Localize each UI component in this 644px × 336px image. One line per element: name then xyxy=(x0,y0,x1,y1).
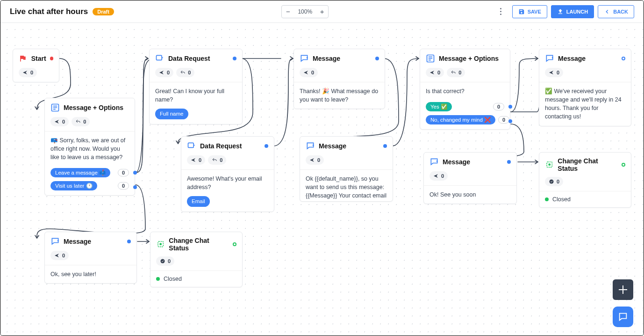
message-icon xyxy=(300,54,309,63)
zoom-control: − 100% + xyxy=(281,5,329,18)
stat-sent: 0 xyxy=(50,251,69,260)
node-title: Change Chat Status xyxy=(558,157,618,172)
stat-reply: 0 xyxy=(72,117,90,126)
back-button[interactable]: BACK xyxy=(598,5,634,18)
node-data-request-2[interactable]: Data Request 0 0 Awesome! What's your em… xyxy=(181,136,274,212)
option-pill: Visit us later 🕐 xyxy=(50,181,97,190)
status-ring xyxy=(622,163,625,167)
stat-sent: 0 xyxy=(19,68,37,77)
option-count: 0 xyxy=(498,116,509,124)
top-bar-left: Live chat after hours Draft xyxy=(10,7,114,16)
add-node-button[interactable] xyxy=(613,279,633,300)
list-icon xyxy=(426,54,435,63)
stat-sent: 0 xyxy=(306,155,324,165)
node-text: 📪 Sorry, folks, we are out of office rig… xyxy=(45,131,135,166)
stat-sent: 0 xyxy=(545,68,563,77)
node-title: Message + Options xyxy=(64,104,123,111)
output-port[interactable] xyxy=(133,171,137,175)
top-bar-right: SAVE LAUNCH BACK xyxy=(496,5,634,18)
stat-reply: 0 xyxy=(447,68,465,77)
message-icon xyxy=(429,157,439,167)
data-request-icon xyxy=(187,141,196,151)
option-pill: Leave a message 📫 xyxy=(50,168,110,177)
node-message-4[interactable]: Message 0 Ok! See you soon xyxy=(423,152,517,204)
node-title: Message xyxy=(443,158,470,166)
launch-icon xyxy=(557,8,564,15)
output-port[interactable] xyxy=(133,185,137,189)
node-change-status-2[interactable]: Change Chat Status 0 Closed xyxy=(150,232,243,287)
more-menu-icon[interactable] xyxy=(496,8,506,15)
field-pill: Full name xyxy=(155,109,188,119)
node-message-options-1[interactable]: Message + Options 0 0 📪 Sorry, folks, we… xyxy=(44,98,135,196)
node-change-status-1[interactable]: Change Chat Status 0 Closed xyxy=(539,152,631,208)
stat-reply: 0 xyxy=(208,155,226,165)
node-text: Ok! See you soon xyxy=(424,186,516,204)
status-badge: Draft xyxy=(93,8,114,15)
node-message-2[interactable]: Message 0 Ok {{default_name}}, so you wa… xyxy=(300,136,393,202)
save-button[interactable]: SAVE xyxy=(512,5,547,18)
field-pill: Email xyxy=(187,196,210,207)
node-message-1[interactable]: Message 0 Thanks! 🎉 What message do you … xyxy=(293,49,385,109)
node-message-options-2[interactable]: Message + Options 0 0 Is that correct? Y… xyxy=(420,49,510,130)
stat-sent: 0 xyxy=(50,117,69,126)
option-pill: No, changed my mind ❌ xyxy=(426,115,495,124)
status-dot xyxy=(50,57,53,60)
node-text: Ok {{default_name}}, so you want to send… xyxy=(300,170,393,202)
data-request-icon xyxy=(155,54,165,63)
chevron-left-icon xyxy=(604,8,610,15)
stat-sent: 0 xyxy=(426,68,444,77)
node-title: Message xyxy=(313,55,340,62)
status-ring xyxy=(233,242,236,246)
stat-sent: 0 xyxy=(300,68,318,77)
status-ring xyxy=(622,57,625,60)
save-icon xyxy=(518,8,525,15)
status-dot xyxy=(127,240,131,243)
node-message-3[interactable]: Message 0 ✅ We've received your message … xyxy=(539,49,631,126)
option-count: 0 xyxy=(493,103,504,110)
chat-icon xyxy=(618,312,628,322)
option-count: 0 xyxy=(118,169,129,176)
node-text: Great! Can I know your full name? xyxy=(150,82,238,109)
zoom-out-button[interactable]: − xyxy=(282,6,294,18)
message-icon xyxy=(306,141,315,151)
option-leave-message[interactable]: Leave a message 📫 0 xyxy=(45,166,135,179)
node-title: Message + Options xyxy=(439,55,499,62)
node-message-5[interactable]: Message 0 Ok, see you later! xyxy=(44,232,137,284)
launch-button[interactable]: LAUNCH xyxy=(551,5,594,18)
node-text: Awesome! What's your email address? xyxy=(181,170,274,196)
top-bar: Live chat after hours Draft − 100% + SAV… xyxy=(0,0,644,23)
stat-sent: 0 xyxy=(429,171,448,181)
option-pill: Yes ✅ xyxy=(426,102,452,111)
flag-icon xyxy=(19,54,28,63)
zoom-in-button[interactable]: + xyxy=(316,6,328,18)
stat-reply: 0 xyxy=(176,68,194,77)
status-icon xyxy=(545,160,554,169)
node-data-request-1[interactable]: Data Request 0 0 Great! Can I know your … xyxy=(149,49,243,124)
help-chat-button[interactable] xyxy=(613,307,633,327)
status-dot xyxy=(265,144,268,148)
message-icon xyxy=(545,54,554,63)
status-icon xyxy=(156,240,165,249)
status-dot xyxy=(507,160,511,164)
flow-canvas[interactable]: Start 0 Message + Options 0 0 📪 Sorry, f… xyxy=(0,23,644,336)
option-visit-later[interactable]: Visit us later 🕐 0 xyxy=(45,179,135,195)
option-yes[interactable]: Yes ✅ 0 xyxy=(420,100,510,113)
status-dot xyxy=(375,57,379,60)
output-port[interactable] xyxy=(508,119,512,123)
page-title: Live chat after hours xyxy=(10,7,88,16)
stat-sent: 0 xyxy=(187,155,205,165)
node-start[interactable]: Start 0 xyxy=(13,49,59,82)
stat-count: 0 xyxy=(545,177,563,186)
node-title: Data Request xyxy=(168,55,210,62)
zoom-value: 100% xyxy=(294,8,316,15)
node-title: Data Request xyxy=(200,142,242,150)
node-text: ✅ We've received your message and we'll … xyxy=(539,82,631,126)
option-no[interactable]: No, changed my mind ❌ 0 xyxy=(420,113,510,129)
node-title: Change Chat Status xyxy=(169,237,229,252)
option-count: 0 xyxy=(118,182,129,190)
node-text: Is that correct? xyxy=(420,82,510,100)
status-dot xyxy=(233,57,236,60)
node-title: Message xyxy=(64,238,91,245)
output-port[interactable] xyxy=(508,105,512,109)
node-title: Message xyxy=(558,55,586,62)
